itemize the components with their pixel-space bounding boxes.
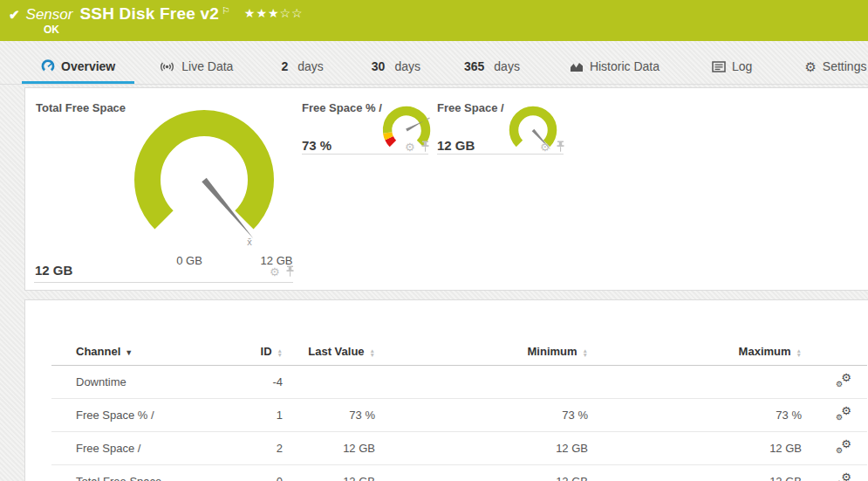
col-header-settings bbox=[828, 340, 867, 366]
widget-gear-icon[interactable]: ⚙ bbox=[405, 141, 415, 153]
widget-divider bbox=[437, 154, 564, 155]
table-row[interactable]: Total Free Space 0 12 GB 12 GB 12 GB ⚙⚙ bbox=[51, 465, 867, 481]
priority-flag-icon[interactable]: ⚐ bbox=[222, 5, 230, 17]
gauge-value: 73 % bbox=[302, 138, 331, 153]
status-check-icon: ✔ bbox=[9, 7, 20, 23]
table-row[interactable]: Downtime -4 ⚙⚙ bbox=[51, 366, 867, 399]
pin-icon[interactable] bbox=[556, 141, 565, 153]
gear-icon: ⚙ bbox=[804, 60, 816, 73]
average-marker: x̄ bbox=[247, 237, 252, 247]
gauge-value: 12 GB bbox=[35, 263, 72, 278]
channel-name[interactable]: Downtime bbox=[51, 366, 252, 399]
sort-icon: ▲▼ bbox=[796, 348, 802, 357]
tab-live-data[interactable]: Live Data bbox=[159, 59, 233, 84]
channel-name[interactable]: Free Space % / bbox=[51, 399, 252, 432]
tab-bar: Overview Live Data 2days 30days 365days … bbox=[0, 41, 868, 85]
col-header-channel[interactable]: Channel▼ bbox=[51, 340, 252, 366]
widget-gear-icon[interactable]: ⚙ bbox=[270, 266, 280, 278]
tab-2-days[interactable]: 2days bbox=[281, 59, 323, 84]
sort-icon: ▲▼ bbox=[583, 348, 588, 357]
gauge-value: 12 GB bbox=[437, 138, 475, 153]
sort-icon: ▲▼ bbox=[370, 348, 375, 357]
sensor-title: SSH Disk Free v2 bbox=[79, 4, 219, 24]
col-header-maximum[interactable]: Maximum▲▼ bbox=[614, 340, 828, 366]
gauge-title: Total Free Space bbox=[36, 101, 126, 114]
tab-365-days[interactable]: 365days bbox=[464, 59, 520, 84]
sensor-status-badge: OK bbox=[44, 24, 59, 36]
channel-settings-icon[interactable]: ⚙⚙ bbox=[836, 407, 851, 421]
gauge-title: Free Space / bbox=[437, 101, 504, 114]
object-type-label: Sensor bbox=[26, 6, 73, 24]
channel-table: Channel▼ ID▲▼ Last Value▲▼ Minimum▲▼ Max… bbox=[51, 340, 867, 481]
tab-overview[interactable]: Overview bbox=[22, 59, 134, 84]
live-signal-icon bbox=[159, 60, 175, 73]
col-header-id[interactable]: ID▲▼ bbox=[252, 340, 300, 366]
widget-divider bbox=[302, 154, 428, 155]
table-row[interactable]: Free Space % / 1 73 % 73 % 73 % ⚙⚙ bbox=[51, 399, 867, 432]
col-header-minimum[interactable]: Minimum▲▼ bbox=[396, 340, 614, 366]
channel-settings-icon[interactable]: ⚙⚙ bbox=[836, 440, 851, 454]
pin-icon[interactable] bbox=[285, 265, 295, 278]
gauge-title: Free Space % / bbox=[302, 101, 382, 114]
gauge-icon bbox=[41, 59, 55, 73]
log-list-icon bbox=[712, 61, 726, 72]
gauge-scale-min: 0 GB bbox=[163, 254, 215, 267]
widget-gear-icon[interactable]: ⚙ bbox=[540, 141, 550, 153]
table-header-row: Channel▼ ID▲▼ Last Value▲▼ Minimum▲▼ Max… bbox=[51, 340, 867, 366]
overview-gauges-panel: Total Free Space x̄ 0 GB 12 GB 12 GB ⚙ F… bbox=[24, 87, 868, 291]
tab-log[interactable]: Log bbox=[712, 59, 752, 84]
table-row[interactable]: Free Space / 2 12 GB 12 GB 12 GB ⚙⚙ bbox=[51, 432, 867, 465]
channel-settings-icon[interactable]: ⚙⚙ bbox=[836, 473, 851, 481]
pin-icon[interactable] bbox=[420, 141, 430, 153]
priority-stars[interactable]: ★★★☆☆ bbox=[244, 6, 304, 20]
col-header-last-value[interactable]: Last Value▲▼ bbox=[300, 340, 396, 366]
channel-table-panel: Channel▼ ID▲▼ Last Value▲▼ Minimum▲▼ Max… bbox=[24, 299, 868, 481]
sort-icon: ▲▼ bbox=[277, 348, 283, 357]
channel-name[interactable]: Total Free Space bbox=[51, 465, 252, 481]
sort-desc-icon: ▼ bbox=[125, 348, 133, 357]
channel-settings-icon[interactable]: ⚙⚙ bbox=[836, 374, 851, 388]
total-free-space-gauge: x̄ bbox=[121, 97, 287, 263]
tab-historic-data[interactable]: Historic Data bbox=[570, 59, 660, 84]
area-chart-icon bbox=[570, 61, 584, 72]
channel-name[interactable]: Free Space / bbox=[51, 432, 252, 465]
sensor-header: ✔ Sensor SSH Disk Free v2 ⚐ ★★★☆☆ OK bbox=[0, 0, 868, 41]
tab-30-days[interactable]: 30days bbox=[372, 59, 420, 84]
widget-divider bbox=[34, 282, 293, 283]
tab-settings[interactable]: ⚙ Settings bbox=[804, 59, 866, 84]
